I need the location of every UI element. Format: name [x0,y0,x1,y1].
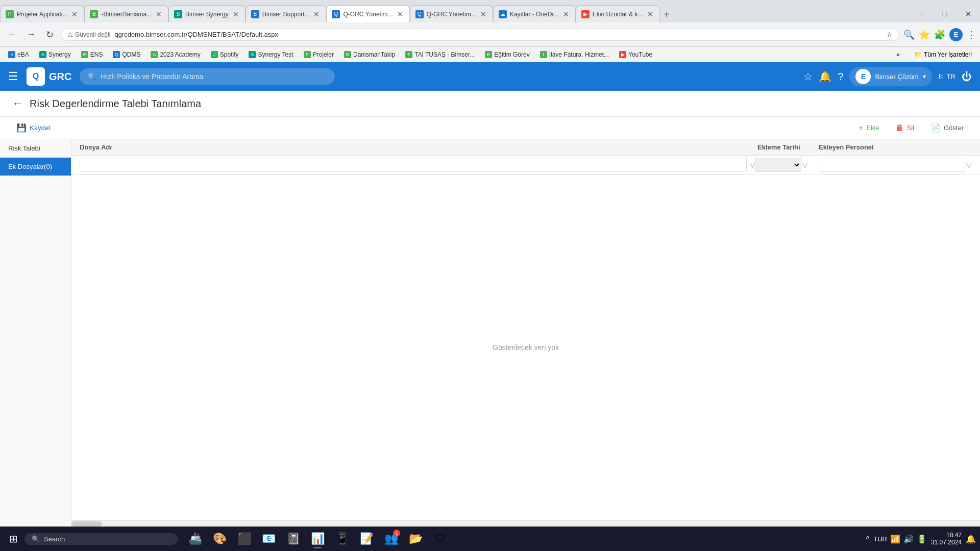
bookmark-synergy-test[interactable]: S Synergy Test [244,49,297,60]
extension-icon[interactable]: 🧩 [934,29,945,40]
tab-qgrc-active[interactable]: Q Q-GRC Yönetim... ✕ [326,5,409,22]
filter-funnel-dosya[interactable]: ▽ [750,161,755,169]
tab-projeler[interactable]: P Projeler Applicati... ✕ [0,5,84,22]
delete-button[interactable]: 🗑 Sil [892,121,918,135]
taskbar-app-excel[interactable]: 📊 [306,528,329,550]
sidebar-item-ek-dosyalar[interactable]: Ek Dosyalar(0) [0,158,71,176]
filter-input-dosya[interactable] [80,158,747,172]
filter-select-tarih[interactable] [755,158,801,172]
taskbar-app-ship[interactable]: 🚢 [184,528,206,550]
tab-synergy[interactable]: S Bimser Synergy ✕ [168,5,246,22]
bookmark-icon[interactable]: ⭐ [919,29,930,40]
tab-close-bimser[interactable]: ✕ [155,9,163,19]
new-tab-button[interactable]: + [660,7,674,22]
bookmark-youtube[interactable]: ▶ YouTube [615,49,656,60]
help-icon[interactable]: ? [838,71,843,83]
taskbar-app-unknown[interactable]: 📱 [331,528,353,550]
tray-chevron-icon[interactable]: ^ [866,535,870,543]
tab-close-support[interactable]: ✕ [312,9,321,19]
user-button[interactable]: E Bimser Çözüm ▾ [849,67,932,86]
tab-close-qgrc-active[interactable]: ✕ [396,9,404,19]
tab-youtube[interactable]: ▶ Ekin Uzunlar & k... ✕ [576,5,660,22]
filter-funnel-personel[interactable]: ▽ [966,161,972,169]
back-navigation-button[interactable]: ← [12,97,23,110]
tab-close-synergy[interactable]: ✕ [232,9,240,19]
tab-support[interactable]: B Bimser Support... ✕ [246,5,327,22]
show-button[interactable]: 📄 Göster [926,121,968,135]
hamburger-menu-icon[interactable]: ☰ [8,70,18,83]
taskbar-system-icons: TUR 📶 🔊 🔋 [873,534,927,544]
add-button[interactable]: + Ekle [854,121,884,135]
tab-close-onedrive[interactable]: ✕ [562,9,570,19]
bookmark-egitim[interactable]: E Eğitim Görev [481,49,533,60]
maximize-button[interactable]: □ [933,5,957,22]
bookmarks-overflow[interactable]: » [892,49,904,60]
bookmark-projeler[interactable]: P Projeler [300,49,338,60]
start-button[interactable]: ⊞ [4,530,22,548]
taskbar-app-folder[interactable]: 📂 [404,528,427,550]
forward-button[interactable]: → [23,27,39,42]
url-bar[interactable]: ⚠ Güvenli değil qgrcdemo.bimser.com.tr/Q… [61,28,899,41]
refresh-button[interactable]: ↻ [43,27,57,42]
folder-icon: 📁 [914,51,922,58]
tab-qgrc-2[interactable]: Q Q-GRC Yönetim... ✕ [410,5,493,22]
main-area: ← Risk Degerlendirme Talebi Tanımlama 💾 … [0,91,980,527]
bookmark-academy[interactable]: A 2023 Academy [146,49,204,60]
bookmark-eba[interactable]: e eBA [4,49,33,60]
taskbar-app-split[interactable]: ⬛ [233,528,255,550]
taskbar-app-outlook[interactable]: 📧 [257,528,280,550]
filter-input-personel[interactable] [819,158,965,172]
taskbar-app-shield[interactable]: 🛡 [429,528,451,550]
tab-close-qgrc-2[interactable]: ✕ [479,9,487,19]
tab-close-youtube[interactable]: ✕ [646,9,654,19]
bookmark-ilave[interactable]: İ İlave Fatura. Hizmet... [536,49,613,60]
tab-bimser[interactable]: B -BimserDanisma... ✕ [84,5,168,22]
bookmark-qdms[interactable]: Q QDMS [109,49,144,60]
bookmark-tai[interactable]: T TAİ TUSAŞ - Bimser... [401,49,479,60]
logout-icon[interactable]: ⏻ [962,71,972,83]
search-icon[interactable]: 🔍 [903,29,915,40]
show-label: Göster [944,124,964,132]
app-search-bar[interactable]: 🔍 Hızlı Politika ve Prosedür Arama [80,68,335,85]
minimize-button[interactable]: ─ [910,5,933,22]
scroll-bar[interactable] [71,521,102,527]
notification-icon[interactable]: 🔔 [819,70,831,83]
taskbar-app-word[interactable]: 📝 [355,528,378,550]
bookmark-spotify[interactable]: ♫ Spotify [207,49,243,60]
tab-favicon-synergy: S [174,10,182,18]
bookmark-label-qdms: QDMS [122,51,140,58]
sound-icon[interactable]: 🔊 [903,534,914,544]
close-button[interactable]: ✕ [957,5,980,22]
sidebar-label-risk-talebi: Risk Talebi [8,144,40,152]
tab-onedrive[interactable]: ☁ Kayıtlar - OneDr... ✕ [493,5,576,22]
bookmarks-folder[interactable]: 📁 Tüm Yer İşaretleri [910,49,976,60]
taskbar-clock[interactable]: 18:47 31.07.2024 [931,532,962,546]
bookmark-danisman[interactable]: D DanismanTakip [340,49,399,60]
browser-frame: P Projeler Applicati... ✕ B -BimserDanis… [0,0,980,551]
tab-bar: P Projeler Applicati... ✕ B -BimserDanis… [0,0,980,22]
bookmark-ens[interactable]: E ENS [77,49,107,60]
taskbar-search-bar[interactable]: 🔍 Search [24,533,178,545]
taskbar-app-onenote[interactable]: 📓 [282,528,304,550]
taskbar-apps: 🚢 🎨 ⬛ 📧 📓 📊 📱 📝 👥 1 📂 🛡 [184,528,451,550]
bookmark-label-danisman: DanismanTakip [353,51,395,58]
scroll-bar-wrap[interactable] [71,520,980,527]
save-button[interactable]: 💾 Kaydet [12,121,54,135]
tab-favicon-youtube: ▶ [581,10,590,18]
back-button[interactable]: ← [4,27,19,42]
profile-icon[interactable]: E [949,28,963,41]
star-icon[interactable]: ☆ [887,31,893,38]
taskbar-app-teams[interactable]: 👥 1 [380,528,402,550]
sidebar-item-risk-talebi[interactable]: Risk Talebi [0,139,71,158]
menu-icon[interactable]: ⋮ [967,29,976,40]
tab-close-projeler[interactable]: ✕ [70,9,79,19]
lang-indicator: TUR [873,535,887,543]
filter-funnel-tarih[interactable]: ▽ [802,161,808,169]
taskbar-app-colorpicker[interactable]: 🎨 [208,528,231,550]
bookmarks-bar: e eBA S Synergy E ENS Q QDMS A 2023 Acad… [0,47,980,62]
security-badge: ⚠ Güvenli değil [67,31,110,38]
bookmark-synergy[interactable]: S Synergy [35,49,75,60]
notification-center-icon[interactable]: 🔔 [966,534,976,544]
language-button[interactable]: 🏳 TR [938,73,955,81]
star-header-icon[interactable]: ☆ [803,70,813,83]
